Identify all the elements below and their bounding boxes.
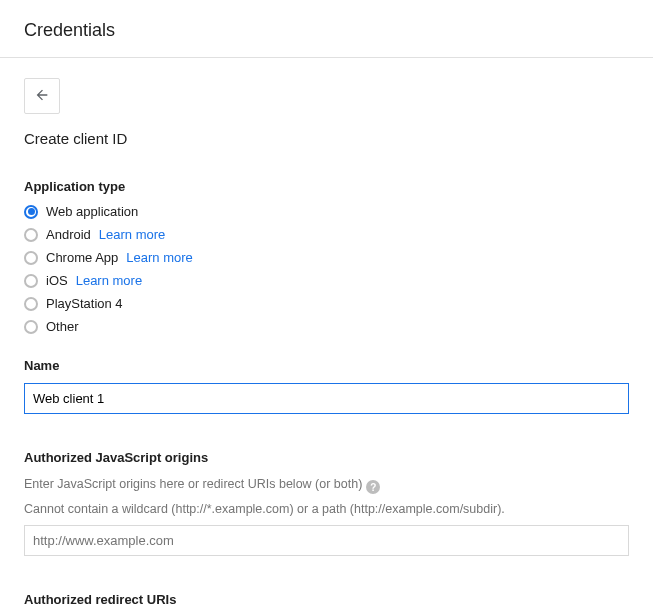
- radio-label: Web application: [46, 204, 138, 219]
- application-type-group: Web application Android Learn more Chrom…: [24, 204, 629, 334]
- learn-more-link[interactable]: Learn more: [99, 227, 165, 242]
- radio-icon: [24, 205, 38, 219]
- radio-icon: [24, 228, 38, 242]
- js-origins-help2: Cannot contain a wildcard (http://*.exam…: [24, 500, 629, 519]
- application-type-label: Application type: [24, 179, 629, 194]
- subtitle: Create client ID: [24, 130, 629, 147]
- help-icon[interactable]: ?: [366, 480, 380, 494]
- radio-chrome-app[interactable]: Chrome App Learn more: [24, 250, 629, 265]
- js-origins-help1: Enter JavaScript origins here or redirec…: [24, 475, 362, 494]
- radio-icon: [24, 320, 38, 334]
- radio-label: Android: [46, 227, 91, 242]
- name-input[interactable]: [24, 383, 629, 414]
- name-label: Name: [24, 358, 629, 373]
- learn-more-link[interactable]: Learn more: [126, 250, 192, 265]
- learn-more-link[interactable]: Learn more: [76, 273, 142, 288]
- page-title: Credentials: [24, 20, 629, 41]
- radio-label: Other: [46, 319, 79, 334]
- radio-icon: [24, 251, 38, 265]
- radio-web-application[interactable]: Web application: [24, 204, 629, 219]
- radio-icon: [24, 274, 38, 288]
- radio-label: iOS: [46, 273, 68, 288]
- js-origins-input[interactable]: [24, 525, 629, 556]
- back-arrow-icon: [34, 87, 50, 106]
- radio-playstation4[interactable]: PlayStation 4: [24, 296, 629, 311]
- redirect-uris-label: Authorized redirect URIs: [24, 592, 629, 605]
- radio-icon: [24, 297, 38, 311]
- radio-android[interactable]: Android Learn more: [24, 227, 629, 242]
- back-button[interactable]: [24, 78, 60, 114]
- radio-other[interactable]: Other: [24, 319, 629, 334]
- radio-ios[interactable]: iOS Learn more: [24, 273, 629, 288]
- radio-label: PlayStation 4: [46, 296, 123, 311]
- js-origins-label: Authorized JavaScript origins: [24, 450, 629, 465]
- radio-label: Chrome App: [46, 250, 118, 265]
